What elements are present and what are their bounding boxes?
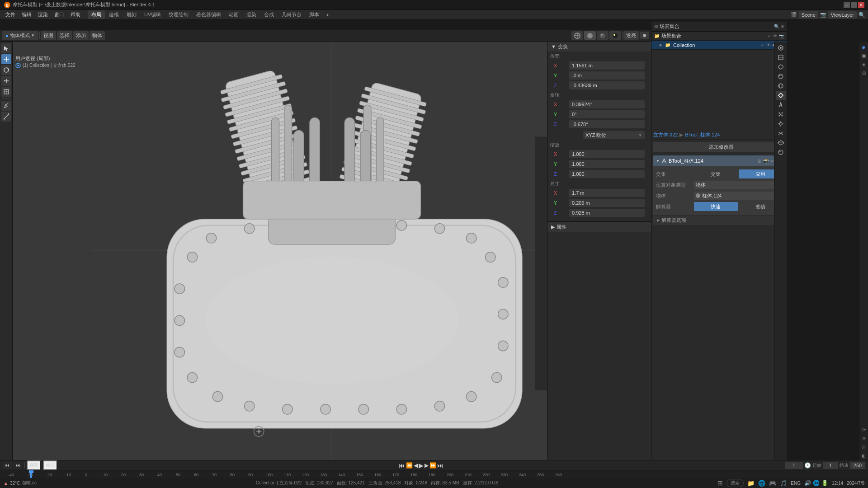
location-y-field[interactable]: -0 m (569, 71, 645, 80)
strip-btn-5[interactable]: ⟳ (860, 426, 868, 433)
workspace-tab-modeling[interactable]: 建模 (105, 10, 123, 19)
search-button[interactable]: 🔍 (859, 12, 865, 18)
overlay-button[interactable]: 透亮 (623, 31, 639, 40)
scale-z-field[interactable]: 1.000 (569, 170, 645, 178)
modifier-block-name[interactable]: BTool_柱体.124 (669, 158, 755, 164)
modifier-object-breadcrumb[interactable]: 立方体.022 (653, 131, 678, 138)
timeline-clock-button[interactable]: 🕐 (804, 462, 811, 469)
play-button[interactable]: ▶ (419, 462, 424, 469)
keyboard-lang[interactable]: ENG (791, 481, 801, 486)
rotation-z-field[interactable]: -0.678° (569, 120, 645, 128)
viewport-shading-solid[interactable] (584, 31, 596, 39)
outliner-filter-button[interactable]: ≡ (781, 24, 784, 29)
add-modifier-button[interactable]: + 添加修改器 (653, 142, 785, 152)
rotation-y-field[interactable]: 0° (569, 110, 645, 118)
strip-btn-7[interactable]: ◎ (860, 443, 868, 450)
menu-file[interactable]: 文件 (3, 10, 18, 19)
menu-render[interactable]: 渲染 (35, 10, 51, 19)
timeline-menu-keyframe[interactable]: ⏭ (14, 462, 23, 469)
collection-eye-button[interactable]: 👁 (766, 43, 770, 47)
workspace-tab-uv[interactable]: UV编辑 (141, 10, 165, 19)
tool-scale[interactable] (1, 76, 11, 86)
next-keyframe-button[interactable]: ⏩ (429, 462, 436, 469)
tool-move[interactable] (1, 54, 11, 64)
select-menu[interactable]: 选择 (57, 31, 72, 40)
attributes-section-title[interactable]: ▶ 属性 (547, 222, 651, 232)
outliner-search-button[interactable]: 🔍 (774, 24, 779, 29)
strip-btn-2[interactable]: ▣ (860, 52, 868, 59)
viewport-shading-rendered[interactable] (609, 31, 621, 39)
dimension-y-field[interactable]: 0.209 m (569, 199, 645, 207)
workspace-tab-composite[interactable]: 合成 (260, 10, 278, 19)
transform-section-title[interactable]: ▼ 变换 (547, 42, 651, 52)
scale-y-field[interactable]: 1.000 (569, 160, 645, 168)
viewport-shading-material[interactable] (597, 31, 609, 39)
modifier-render-button[interactable]: 📸 (763, 159, 769, 164)
prop-material-button[interactable] (776, 148, 786, 157)
prop-output-button[interactable] (776, 53, 786, 62)
location-z-field[interactable]: -0.43639 m (569, 81, 645, 89)
workspace-tab-sculpt[interactable]: 雕刻 (123, 10, 140, 19)
menu-window[interactable]: 窗口 (52, 10, 67, 19)
strip-btn-1[interactable]: ◉ (860, 43, 868, 51)
timeline-mark-menu[interactable]: 标记 (43, 460, 57, 470)
file-explorer-icon[interactable]: 📁 (747, 480, 755, 487)
prop-physics-button[interactable] (776, 119, 786, 128)
dimension-z-field[interactable]: 0.928 m (569, 209, 645, 217)
workspace-tab-layout[interactable]: 布局 (88, 10, 105, 19)
modifier-realtime-button[interactable]: 🖥 (757, 159, 761, 164)
scene-name[interactable]: Scene (799, 11, 818, 19)
workspace-tab-render[interactable]: 渲染 (243, 10, 260, 19)
modifier-editmode-button[interactable]: ✏ (770, 159, 774, 164)
workspace-tab-scripting[interactable]: 脚本 (306, 10, 323, 19)
collection-exclude-button[interactable]: ✓ (761, 43, 764, 47)
chrome-icon[interactable]: 🌐 (758, 480, 765, 487)
app-icon-2[interactable]: 🎵 (780, 480, 787, 487)
toggle-open[interactable]: 交集 (694, 169, 738, 178)
scale-x-field[interactable]: 1.000 (569, 150, 645, 158)
frame-start-field[interactable]: 1 (823, 462, 838, 469)
workspace-tab-texture[interactable]: 纹理绘制 (165, 10, 192, 19)
prop-viewlayer-button[interactable] (776, 62, 786, 71)
frame-end-field[interactable]: 250 (850, 462, 865, 469)
maximize-button[interactable]: □ (851, 2, 857, 8)
strip-btn-4[interactable]: ⊞ (860, 69, 868, 76)
workspace-tab-shader[interactable]: 着色器编辑 (193, 10, 225, 19)
solver-fast-button[interactable]: 快速 (694, 202, 738, 211)
next-frame-button[interactable]: ▶ (425, 462, 429, 469)
app-icon-1[interactable]: 🎮 (769, 480, 776, 487)
view-layer-name[interactable]: ViewLayer (828, 11, 857, 19)
menu-help[interactable]: 帮助 (68, 10, 83, 19)
gizmo-button[interactable]: ⊕ (640, 32, 649, 39)
prev-frame-button[interactable]: ◀ (414, 462, 418, 469)
rotation-x-field[interactable]: 0.39924° (569, 100, 645, 108)
prop-scene-button[interactable] (776, 72, 786, 81)
tool-measure[interactable] (1, 112, 11, 122)
windows-icon[interactable]: ⊞ (717, 479, 723, 487)
add-menu[interactable]: 添加 (73, 31, 89, 40)
tool-annotate[interactable] (1, 101, 11, 111)
tool-rotate[interactable] (1, 65, 11, 75)
workspace-tab-geometry[interactable]: 几何节点 (278, 10, 305, 19)
tool-cursor[interactable] (1, 43, 11, 53)
search-taskbar-button[interactable]: 搜索 (726, 479, 744, 487)
outliner-exclude-button[interactable]: ✓ (768, 34, 771, 38)
object-menu[interactable]: 物体 (90, 31, 105, 40)
solver-options-section[interactable]: ▶ 解算器选项 (653, 215, 785, 225)
target-type-value[interactable]: 物体 ▼ (694, 181, 782, 189)
view-menu[interactable]: 视图 (41, 31, 56, 40)
outliner-scene-collection[interactable]: 📁 场景集合 ✓ 👁 📷 (651, 32, 787, 41)
prop-world-button[interactable] (776, 81, 786, 90)
prop-modifier-button[interactable] (776, 100, 786, 109)
strip-btn-6[interactable]: ⊛ (860, 435, 868, 442)
object-mode-selector[interactable]: ● 物体模式 ▼ (2, 31, 38, 40)
close-button[interactable]: ✕ (858, 2, 864, 8)
location-x-field[interactable]: 1.1561 m (569, 61, 645, 70)
object-ref-value[interactable]: 柱体.124 ✕ (694, 192, 782, 200)
timeline-ruler[interactable]: -40 -30 -20 -10 0 10 20 30 40 50 60 70 8… (0, 470, 868, 478)
prop-constraints-button[interactable] (776, 129, 786, 138)
modifier-name-breadcrumb[interactable]: BTool_柱体.124 (685, 131, 720, 138)
menu-edit[interactable]: 编辑 (19, 10, 34, 19)
viewport-shading-wire[interactable] (571, 31, 583, 39)
outliner-collection-item[interactable]: ▶ 📁 Collection ✓ 👁 ● ● ● (651, 41, 787, 50)
